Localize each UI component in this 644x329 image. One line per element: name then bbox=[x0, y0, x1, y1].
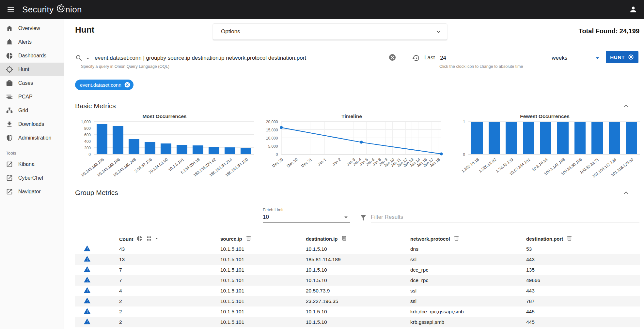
table-cell: 443 bbox=[526, 254, 640, 265]
group-metrics-section-header: Group Metrics bbox=[75, 188, 640, 198]
briefcase-icon bbox=[6, 80, 13, 87]
alert-icon[interactable] bbox=[84, 276, 91, 283]
sidebar-item-cases[interactable]: Cases bbox=[0, 76, 64, 90]
alert-icon[interactable] bbox=[84, 297, 91, 304]
pie-chart-icon[interactable] bbox=[136, 235, 143, 242]
user-menu-button[interactable] bbox=[629, 5, 637, 14]
sidebar-item-overview[interactable]: Overview bbox=[0, 22, 64, 35]
alert-icon[interactable] bbox=[84, 318, 91, 325]
query-hint: Specify a query in Onion Query Language … bbox=[81, 64, 169, 69]
table-row[interactable]: 210.1.5.10123.227.196.35ssl787 bbox=[75, 296, 640, 307]
menu-down-icon bbox=[342, 213, 350, 221]
group-by-icon[interactable] bbox=[146, 235, 152, 242]
sidebar-item-label: Cases bbox=[18, 80, 33, 86]
filter-results-input[interactable] bbox=[371, 214, 639, 220]
table-cell: 185.81.114.189 bbox=[306, 254, 410, 265]
filter-results-field bbox=[360, 214, 639, 222]
table-cell: 10.1.5.101 bbox=[220, 286, 306, 296]
y-axis-label: 5,000 bbox=[268, 144, 278, 149]
sidebar-item-pcap[interactable]: PCAP bbox=[0, 90, 64, 104]
sidebar-item-navigator[interactable]: Navigator bbox=[0, 185, 64, 199]
bar bbox=[540, 122, 551, 154]
sidebar-item-grid[interactable]: Grid bbox=[0, 104, 64, 117]
sidebar-item-label: Downloads bbox=[18, 121, 44, 127]
time-unit-select[interactable]: weeks bbox=[552, 54, 601, 63]
column-header-source-ip[interactable]: source.ip bbox=[220, 233, 306, 244]
column-header-destination-ip[interactable]: destination.ip bbox=[306, 233, 410, 244]
query-input[interactable] bbox=[95, 55, 386, 61]
column-header-network-protocol[interactable]: network.protocol bbox=[410, 233, 526, 244]
collapse-group-metrics-icon[interactable] bbox=[622, 188, 630, 197]
column-header-count[interactable]: Count bbox=[119, 233, 220, 244]
tools-section-label: Tools bbox=[0, 145, 64, 157]
sidebar-item-hunt[interactable]: Hunt bbox=[0, 63, 64, 76]
options-label: Options bbox=[221, 28, 240, 35]
y-axis-label: 200 bbox=[84, 146, 91, 150]
sidebar-tools: KibanaCyberChefNavigator bbox=[0, 157, 64, 199]
hunt-button[interactable]: HUNT bbox=[606, 51, 638, 63]
delete-column-icon[interactable] bbox=[245, 235, 252, 241]
table-row[interactable]: 710.1.5.10110.1.5.10dce_rpc49666 bbox=[75, 275, 640, 286]
alert-icon[interactable] bbox=[84, 287, 91, 294]
line-point bbox=[360, 141, 363, 144]
sidebar-item-label: Overview bbox=[18, 25, 40, 31]
table-cell: 7 bbox=[119, 265, 220, 275]
sidebar-item-downloads[interactable]: Downloads bbox=[0, 117, 64, 131]
chip-row: event.dataset:conn bbox=[75, 80, 640, 90]
alert-icon[interactable] bbox=[84, 245, 91, 252]
relative-time-icon[interactable] bbox=[412, 54, 420, 62]
delete-column-icon[interactable] bbox=[341, 235, 347, 241]
sidebar-item-administration[interactable]: Administration bbox=[0, 131, 64, 145]
filter-chip[interactable]: event.dataset:conn bbox=[75, 80, 134, 90]
fetch-limit-select[interactable]: Fetch Limit 10 bbox=[263, 207, 350, 223]
filter-icon bbox=[360, 214, 367, 221]
y-axis-label: 800 bbox=[84, 126, 91, 131]
clear-query-icon[interactable] bbox=[388, 53, 396, 61]
alert-icon[interactable] bbox=[84, 266, 91, 273]
x-axis-label: Dec 29 bbox=[272, 157, 284, 168]
search-icon[interactable] bbox=[75, 54, 83, 62]
alert-icon[interactable] bbox=[84, 307, 91, 315]
table-row[interactable]: 410.1.5.10120.50.73.9ssl443 bbox=[75, 286, 640, 296]
options-panel[interactable]: Options bbox=[213, 23, 447, 40]
chevron-down-icon bbox=[434, 28, 442, 36]
alert-icon[interactable] bbox=[84, 255, 91, 262]
chart-plot-area bbox=[94, 122, 254, 155]
delete-column-icon[interactable] bbox=[566, 235, 573, 241]
lan-icon bbox=[6, 107, 13, 114]
column-header-destination-port[interactable]: destination.port bbox=[526, 233, 640, 244]
remove-filter-icon[interactable] bbox=[124, 82, 131, 88]
menu-button[interactable] bbox=[7, 5, 15, 14]
bar bbox=[523, 122, 534, 154]
sidebar-item-label: Administration bbox=[18, 135, 51, 141]
table-row[interactable]: 710.1.5.10110.1.5.10dce_rpc135 bbox=[75, 265, 640, 275]
table-row[interactable]: 210.1.5.10110.1.5.10krb,gssapi,smb445 bbox=[75, 317, 640, 327]
table-row[interactable]: 4310.1.5.10110.1.5.10dns53 bbox=[75, 244, 640, 254]
sidebar-item-label: Alerts bbox=[18, 39, 32, 45]
chart-pie-icon bbox=[6, 52, 13, 59]
sidebar-item-label: PCAP bbox=[18, 94, 33, 100]
group-controls: Fetch Limit 10 bbox=[75, 198, 640, 230]
page-title: Hunt bbox=[75, 25, 94, 35]
bell-icon bbox=[6, 38, 13, 46]
bar bbox=[225, 147, 235, 154]
y-axis-label: 0 bbox=[463, 152, 465, 157]
topbar: Security nion bbox=[0, 0, 644, 19]
sidebar-item-kibana[interactable]: Kibana bbox=[0, 157, 64, 171]
table-row[interactable]: 1310.1.5.101185.81.114.189ssl443 bbox=[75, 254, 640, 265]
sidebar-item-dashboards[interactable]: Dashboards bbox=[0, 49, 64, 63]
chart-canvas: 05,00010,00015,00020,000Dec 29Dec 30Dec … bbox=[262, 122, 441, 186]
bar bbox=[506, 122, 517, 154]
duration-input[interactable] bbox=[440, 55, 548, 61]
menu-down-icon[interactable] bbox=[153, 235, 160, 242]
collapse-basic-metrics-icon[interactable] bbox=[622, 102, 630, 110]
sidebar-item-alerts[interactable]: Alerts bbox=[0, 35, 64, 49]
user-icon bbox=[629, 5, 637, 14]
sidebar-item-cyberchef[interactable]: CyberChef bbox=[0, 171, 64, 185]
table-row[interactable]: 210.1.5.10110.1.5.10krb,dce_rpc,gssapi,s… bbox=[75, 307, 640, 317]
table-cell: 20.50.73.9 bbox=[306, 286, 410, 296]
table-cell: 10.1.5.101 bbox=[220, 265, 306, 275]
query-dropdown-icon[interactable] bbox=[84, 55, 91, 62]
bar bbox=[177, 145, 187, 154]
delete-column-icon[interactable] bbox=[453, 235, 460, 241]
